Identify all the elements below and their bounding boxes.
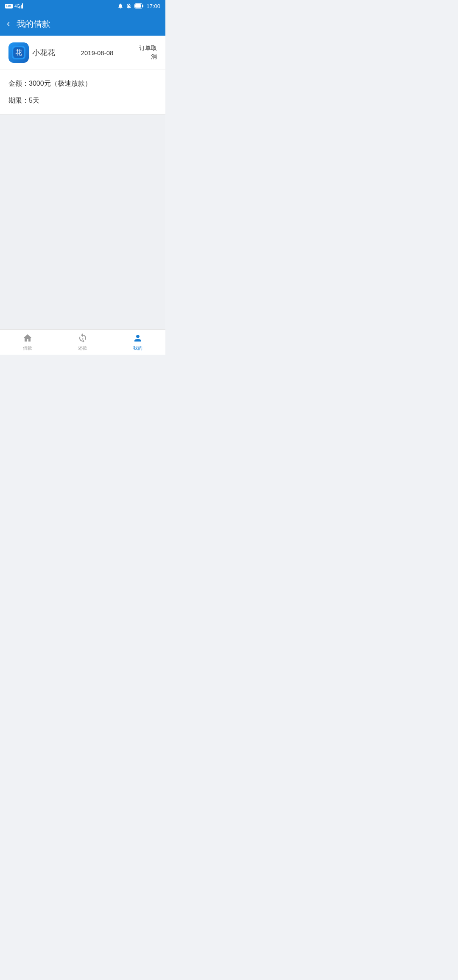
- profile-icon: [133, 333, 143, 343]
- bell-mute-icon: [126, 3, 132, 9]
- svg-text:4G: 4G: [14, 4, 20, 8]
- nav-item-repay[interactable]: ¥ 还款: [55, 333, 110, 351]
- loan-card: 花 小花花 2019-08-08 订单取 消: [0, 36, 165, 70]
- nav-item-loans[interactable]: 借款: [0, 333, 55, 351]
- status-left: HD 4G: [5, 3, 23, 9]
- brand-name: 小花花: [32, 48, 55, 58]
- svg-rect-1: [20, 6, 20, 8]
- alarm-icon: [117, 3, 123, 9]
- status-time: 17:00: [146, 3, 160, 9]
- svg-rect-3: [22, 3, 23, 8]
- back-button[interactable]: ‹: [7, 19, 10, 28]
- loan-amount: 金额：3000元（极速放款）: [8, 78, 157, 89]
- bottom-nav: 借款 ¥ 还款 我的: [0, 329, 165, 355]
- svg-rect-5: [135, 4, 141, 8]
- repay-icon: ¥: [78, 333, 88, 343]
- nav-label-repay: 还款: [78, 345, 87, 351]
- nav-label-loans: 借款: [23, 345, 32, 351]
- page-header: ‹ 我的借款: [0, 12, 165, 36]
- status-right: 17:00: [117, 3, 160, 9]
- home-icon: [22, 333, 33, 343]
- content-area: [0, 115, 165, 352]
- signal-icon: 4G: [14, 3, 23, 9]
- svg-rect-6: [142, 5, 143, 7]
- loan-status: 订单取 消: [139, 44, 157, 61]
- nav-item-profile[interactable]: 我的: [110, 333, 165, 351]
- hd-badge: HD: [5, 4, 13, 8]
- page-title: 我的借款: [17, 18, 50, 30]
- loan-period: 期限：5天: [8, 95, 157, 106]
- brand-logo: 花: [8, 42, 29, 63]
- status-bar: HD 4G 17:00: [0, 0, 165, 12]
- loan-date: 2019-08-08: [81, 49, 114, 56]
- svg-text:¥: ¥: [81, 337, 84, 341]
- svg-rect-2: [21, 5, 22, 8]
- loan-brand: 花 小花花: [8, 42, 55, 63]
- svg-text:花: 花: [15, 49, 22, 56]
- battery-icon: [134, 3, 144, 8]
- loan-details: 金额：3000元（极速放款） 期限：5天: [0, 70, 165, 115]
- nav-label-profile: 我的: [133, 345, 142, 351]
